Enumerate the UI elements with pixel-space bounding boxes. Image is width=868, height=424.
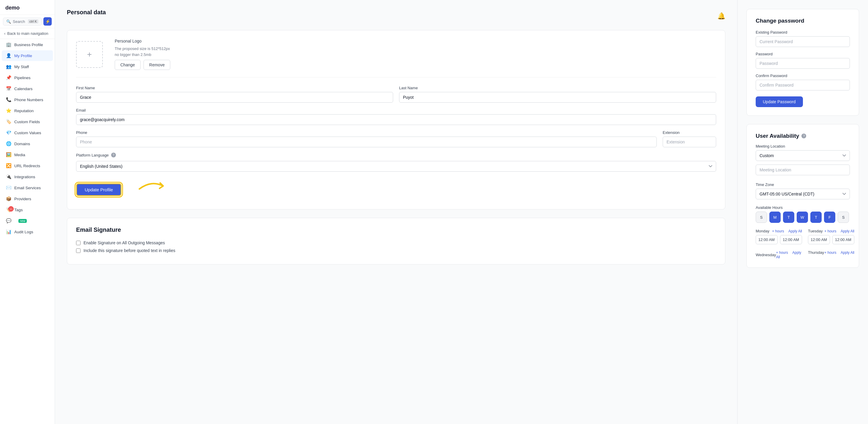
meeting-location-select[interactable]: Custom	[756, 150, 850, 161]
day-thursday[interactable]: T	[810, 211, 822, 223]
time-zone-group: Time Zone GMT-05:00 US/Central (CDT)	[756, 182, 850, 203]
password-input[interactable]	[756, 58, 850, 69]
sidebar-item-phone-numbers[interactable]: 📞 Phone Numbers	[2, 94, 53, 105]
wednesday-add-hours[interactable]: + hours	[776, 251, 788, 255]
sidebar-item-label: Custom Values	[14, 131, 41, 135]
sidebar-item-custom-fields[interactable]: 🏷️ Custom Fields	[2, 116, 53, 127]
sidebar-item-email-services[interactable]: ✉️ Email Services	[2, 182, 53, 193]
password-group: Password	[756, 52, 850, 74]
left-panel: Personal data 🔔 + Personal Logo The prop…	[55, 0, 737, 424]
hours-grid: Monday + hours Apply All 12:00 AM	[756, 229, 850, 259]
custom-values-icon: 💎	[6, 130, 11, 135]
sidebar-item-audit-logs[interactable]: 📊 Audit Logs	[2, 226, 53, 237]
tuesday-start-select[interactable]: 12:00 AM	[808, 235, 830, 244]
sidebar-item-pipelines[interactable]: 📌 Pipelines	[2, 72, 53, 83]
notification-bell[interactable]: 🔔	[717, 12, 725, 20]
monday-apply-all[interactable]: Apply All	[788, 229, 802, 233]
day-saturday[interactable]: S	[838, 211, 849, 223]
day-sunday[interactable]: S	[756, 211, 767, 223]
email-group: Email	[76, 108, 716, 125]
tuesday-add-hours[interactable]: + hours	[824, 229, 836, 233]
enable-signature-checkbox[interactable]	[76, 241, 81, 245]
sidebar-item-label: Tags	[14, 208, 23, 212]
search-button[interactable]: 🔍 Search ctrl K	[3, 18, 41, 26]
tuesday-apply-all[interactable]: Apply All	[841, 229, 854, 233]
hours-wednesday-header: Wednesday + hours Apply All	[756, 250, 802, 259]
last-name-input[interactable]	[399, 92, 716, 103]
confirm-password-group: Confirm Password	[756, 74, 850, 95]
checkbox-row-1: Enable Signature on All Outgoing Message…	[76, 241, 716, 245]
sidebar-item-calendars[interactable]: 📅 Calendars	[2, 83, 53, 94]
day-tuesday[interactable]: T	[783, 211, 794, 223]
hours-monday: Monday + hours Apply All 12:00 AM	[756, 229, 802, 244]
sidebar-item-label: Audit Logs	[14, 230, 33, 234]
sidebar-item-integrations[interactable]: 🔌 Integrations	[2, 171, 53, 182]
sidebar-item-label: My Staff	[14, 64, 29, 69]
sidebar-item-media[interactable]: 🖼️ Media	[2, 149, 53, 160]
first-name-input[interactable]	[76, 92, 393, 103]
monday-actions: + hours Apply All	[772, 229, 802, 233]
thursday-apply-all[interactable]: Apply All	[841, 251, 854, 255]
sidebar-item-business-profile[interactable]: 🏢 Business Profile	[2, 39, 53, 50]
app-logo: demo	[0, 0, 55, 15]
wednesday-label: Wednesday	[756, 253, 776, 257]
sidebar-item-my-staff[interactable]: 👥 My Staff	[2, 61, 53, 72]
my-staff-icon: 👥	[6, 64, 11, 69]
platform-language-select[interactable]: English (United States)	[76, 161, 716, 172]
sidebar-item-label: Custom Fields	[14, 120, 40, 124]
meeting-location-input[interactable]	[756, 165, 850, 175]
sidebar-item-my-profile[interactable]: 👤 My Profile	[2, 50, 53, 61]
logo-placeholder[interactable]: +	[76, 41, 103, 68]
sidebar-item-providers[interactable]: 📦 Providers	[2, 193, 53, 204]
sidebar-item-url-redirects[interactable]: 🔀 URL Redirects	[2, 160, 53, 171]
back-to-main-nav[interactable]: ‹ Back to main navigation	[0, 28, 55, 39]
monday-start-select[interactable]: 12:00 AM	[756, 235, 778, 244]
thursday-add-hours[interactable]: + hours	[824, 251, 836, 255]
sidebar-item-domains[interactable]: 🌐 Domains	[2, 138, 53, 149]
extension-group: Extension	[663, 130, 716, 147]
include-signature-checkbox[interactable]	[76, 249, 81, 253]
email-input[interactable]	[76, 114, 716, 125]
phone-label: Phone	[76, 130, 657, 135]
sidebar-item-tags[interactable]: 🏷️ Tags 11	[2, 204, 53, 215]
tuesday-end-select[interactable]: 12:00 AM	[832, 235, 854, 244]
phone-input[interactable]	[76, 137, 657, 147]
lightning-button[interactable]: ⚡	[43, 17, 52, 26]
platform-lang-row: Platform Language ? English (United Stat…	[76, 153, 716, 172]
right-panel: Change password Existing Password Passwo…	[737, 0, 868, 424]
tuesday-hours-inputs: 12:00 AM 12:00 AM	[808, 235, 854, 244]
day-friday[interactable]: F	[824, 211, 835, 223]
remove-logo-button[interactable]: Remove	[144, 60, 170, 70]
monday-add-hours[interactable]: + hours	[772, 229, 784, 233]
tuesday-actions: + hours Apply All	[824, 229, 854, 233]
platform-language-help-icon[interactable]: ?	[111, 153, 116, 158]
confirm-password-label: Confirm Password	[756, 74, 850, 78]
plus-icon: +	[87, 50, 92, 59]
extension-input[interactable]	[663, 137, 716, 147]
email-row: Email	[76, 108, 716, 125]
day-monday[interactable]: M	[769, 211, 781, 223]
password-label: Password	[756, 52, 850, 56]
confirm-password-input[interactable]	[756, 80, 850, 90]
checkbox-row-2: Include this signature before quoted tex…	[76, 248, 716, 253]
sidebar-item-chat[interactable]: 💬 new	[2, 216, 53, 226]
platform-language-group: Platform Language ? English (United Stat…	[76, 153, 716, 172]
sidebar-item-label: Pipelines	[14, 76, 31, 80]
monday-label: Monday	[756, 229, 769, 233]
update-password-button[interactable]: Update Password	[756, 96, 803, 107]
existing-password-input[interactable]	[756, 36, 850, 47]
monday-end-select[interactable]: 12:00 AM	[780, 235, 802, 244]
change-logo-button[interactable]: Change	[115, 60, 141, 70]
sidebar-item-reputation[interactable]: ⭐ Reputation	[2, 105, 53, 116]
update-profile-button[interactable]: Update Profile	[76, 183, 122, 196]
day-wednesday[interactable]: W	[797, 211, 808, 223]
personal-data-header: Personal data 🔔	[67, 9, 725, 23]
available-hours-label: Available Hours	[756, 205, 850, 210]
sidebar-item-custom-values[interactable]: 💎 Custom Values	[2, 128, 53, 138]
page-title: Personal data	[67, 9, 106, 16]
availability-help-icon[interactable]: ?	[801, 134, 806, 138]
extension-label: Extension	[663, 130, 716, 135]
existing-password-group: Existing Password	[756, 30, 850, 52]
email-services-icon: ✉️	[6, 185, 11, 191]
time-zone-select[interactable]: GMT-05:00 US/Central (CDT)	[756, 189, 850, 199]
